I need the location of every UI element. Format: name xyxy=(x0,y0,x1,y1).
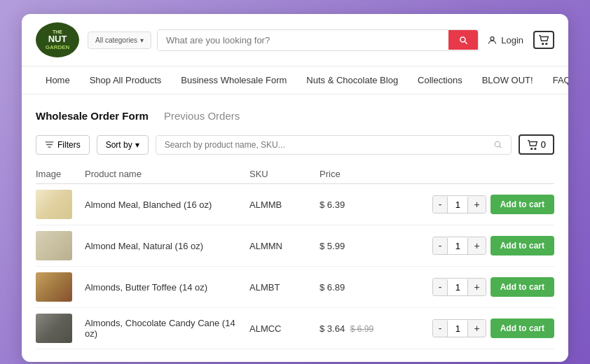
nav-home[interactable]: Home xyxy=(36,66,80,94)
qty-value-4: 1 xyxy=(447,321,468,337)
add-to-cart-3[interactable]: Add to cart xyxy=(490,277,554,297)
cart-icon-svg xyxy=(538,35,549,45)
svg-point-6 xyxy=(495,141,500,147)
cart-summary-button[interactable]: 0 xyxy=(519,134,554,155)
nav-collections[interactable]: Collections xyxy=(408,66,472,94)
product-price-2: $ 5.99 xyxy=(320,241,390,251)
logo-garden: GARDEN xyxy=(46,45,70,51)
search-icon xyxy=(458,35,468,45)
product-sku-1: ALMMB xyxy=(249,200,320,210)
user-icon xyxy=(487,35,498,46)
qty-minus-1[interactable]: - xyxy=(433,196,448,213)
svg-line-7 xyxy=(500,146,501,148)
product-price-original-4: $ 6.99 xyxy=(350,324,373,334)
sort-button[interactable]: Sort by ▾ xyxy=(97,135,149,155)
col-price: Price xyxy=(320,169,390,179)
product-image-placeholder-1 xyxy=(36,190,72,219)
svg-point-8 xyxy=(531,148,533,149)
col-sku: SKU xyxy=(249,169,320,179)
filters-button[interactable]: Filters xyxy=(36,135,90,155)
product-sku-3: ALMBT xyxy=(249,282,320,293)
qty-add-3: - 1 + Add to cart xyxy=(390,277,554,297)
product-image-placeholder-3 xyxy=(36,272,72,302)
category-label: All categories xyxy=(95,36,137,44)
tab-previous-orders[interactable]: Previous Orders xyxy=(164,107,240,125)
store-content: Wholesale Order Form Previous Orders Fil… xyxy=(22,94,568,362)
qty-control-4: - 1 + xyxy=(432,319,486,337)
page-tabs: Wholesale Order Form Previous Orders xyxy=(36,107,554,125)
product-sku-2: ALMMN xyxy=(249,241,320,251)
store-header: The NUT GARDEN All categories ▾ Login xyxy=(22,14,568,66)
product-sku-4: ALMCC xyxy=(249,323,320,334)
table-row: Almond Meal, Blanched (16 oz) ALMMB $ 6.… xyxy=(36,184,554,225)
tab-wholesale-order[interactable]: Wholesale Order Form xyxy=(36,107,149,125)
search-button[interactable] xyxy=(448,30,478,50)
col-image: Image xyxy=(36,169,85,179)
product-image-3 xyxy=(36,272,72,302)
product-search-input[interactable] xyxy=(165,140,493,150)
product-image-4 xyxy=(36,314,72,343)
nav-shop-all[interactable]: Shop All Products xyxy=(80,66,172,94)
store-nav: Home Shop All Products Business Wholesal… xyxy=(22,66,568,94)
qty-plus-4[interactable]: + xyxy=(468,320,485,337)
product-image-placeholder-2 xyxy=(36,231,72,260)
add-to-cart-4[interactable]: Add to cart xyxy=(490,318,554,338)
chevron-down-icon: ▾ xyxy=(140,36,144,44)
table-row: Almonds, Butter Toffee (14 oz) ALMBT $ 6… xyxy=(36,267,554,308)
qty-minus-4[interactable]: - xyxy=(433,320,448,337)
qty-minus-3[interactable]: - xyxy=(433,279,448,295)
svg-point-1 xyxy=(542,43,544,45)
cart-count: 0 xyxy=(541,139,546,150)
search-bar xyxy=(157,29,479,51)
table-row: Almonds, Chocolate Candy Cane (14 oz) AL… xyxy=(36,308,554,349)
logo-nut: NUT xyxy=(46,34,70,44)
table-row: Almond Meal, Natural (16 oz) ALMMN $ 5.9… xyxy=(36,225,554,267)
qty-control-2: - 1 + xyxy=(432,237,486,255)
product-name-4: Almonds, Chocolate Candy Cane (14 oz) xyxy=(85,318,249,339)
qty-add-1: - 1 + Add to cart xyxy=(390,195,554,214)
product-table: Image Product name SKU Price Almond Meal… xyxy=(36,164,554,349)
qty-value-1: 1 xyxy=(447,197,468,213)
add-to-cart-1[interactable]: Add to cart xyxy=(490,195,554,214)
logo[interactable]: The NUT GARDEN xyxy=(36,22,79,57)
product-image-2 xyxy=(36,231,72,260)
store-card: The NUT GARDEN All categories ▾ Login xyxy=(22,14,568,362)
header-actions: Login xyxy=(487,31,554,49)
product-name-3: Almonds, Butter Toffee (14 oz) xyxy=(85,282,249,293)
table-header: Image Product name SKU Price xyxy=(36,164,554,184)
svg-point-0 xyxy=(490,36,494,40)
qty-control-1: - 1 + xyxy=(432,195,486,214)
product-price-3: $ 6.89 xyxy=(320,282,390,293)
cart-button[interactable] xyxy=(533,31,554,49)
product-price-4: $ 3.64 $ 6.99 xyxy=(320,323,390,334)
search-input[interactable] xyxy=(158,30,448,50)
filters-label: Filters xyxy=(57,140,81,150)
add-to-cart-2[interactable]: Add to cart xyxy=(490,236,554,255)
qty-plus-3[interactable]: + xyxy=(468,279,485,295)
product-image-placeholder-4 xyxy=(36,314,72,343)
nav-blowout[interactable]: BLOW OUT! xyxy=(472,66,543,94)
filters-row: Filters Sort by ▾ 0 xyxy=(36,134,554,155)
product-search-icon xyxy=(493,140,502,149)
login-label: Login xyxy=(501,35,523,46)
svg-point-9 xyxy=(535,148,536,149)
nav-wholesale[interactable]: Business Wholesale Form xyxy=(171,66,296,94)
cart-summary-icon xyxy=(527,140,538,150)
login-button[interactable]: Login xyxy=(487,35,523,46)
product-search-bar xyxy=(156,135,512,155)
nav-blog[interactable]: Nuts & Chocolate Blog xyxy=(296,66,408,94)
qty-minus-2[interactable]: - xyxy=(433,237,448,254)
search-area: All categories ▾ xyxy=(88,29,479,51)
qty-plus-2[interactable]: + xyxy=(468,237,485,254)
qty-control-3: - 1 + xyxy=(432,278,486,296)
qty-value-2: 1 xyxy=(447,238,468,254)
qty-add-2: - 1 + Add to cart xyxy=(390,236,554,255)
nav-faqs[interactable]: FAQs xyxy=(543,66,568,94)
sort-chevron-icon: ▾ xyxy=(135,140,139,150)
product-name-1: Almond Meal, Blanched (16 oz) xyxy=(85,200,249,210)
product-image-1 xyxy=(36,190,72,219)
col-name: Product name xyxy=(85,169,249,179)
svg-point-2 xyxy=(546,43,547,45)
qty-plus-1[interactable]: + xyxy=(468,196,485,213)
category-dropdown[interactable]: All categories ▾ xyxy=(88,31,151,49)
